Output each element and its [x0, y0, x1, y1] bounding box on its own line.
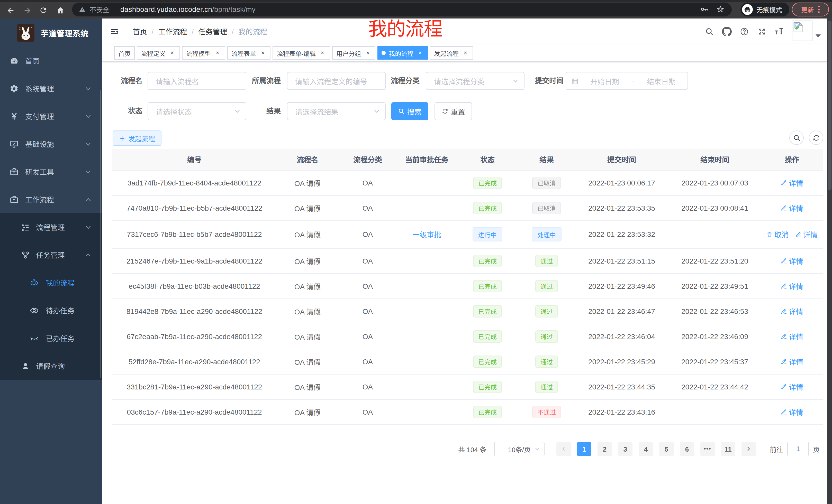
sidebar-item[interactable]: 研发工具 [0, 158, 102, 186]
avatar-caret-icon[interactable] [815, 34, 821, 40]
detail-action[interactable]: 详情 [781, 356, 803, 367]
cancel-action[interactable]: 取消 [766, 229, 789, 240]
tab[interactable]: 发起流程 [430, 46, 473, 60]
sidebar-item[interactable]: 流程管理 [0, 213, 102, 241]
page-button[interactable]: 4 [639, 442, 653, 456]
page-button[interactable]: 3 [618, 442, 632, 456]
page-button[interactable]: 6 [680, 442, 694, 456]
sidebar-item[interactable]: 已办任务 [0, 324, 102, 352]
cell-current-task[interactable] [397, 299, 457, 324]
tab[interactable]: 我的流程 [378, 46, 428, 60]
page-button[interactable]: 1 [577, 442, 591, 456]
sidebar-item[interactable]: 请假查询 [0, 352, 102, 380]
page-size-select[interactable]: 10条/页 [494, 442, 545, 456]
browser-reload-button[interactable] [37, 5, 49, 16]
filter-parent-input[interactable]: 请输入流程定义的编号 [287, 72, 386, 90]
tab-close-icon[interactable] [319, 49, 326, 57]
sidebar-item[interactable]: 系统管理 [0, 75, 102, 102]
cell-current-task[interactable] [397, 349, 457, 374]
header-search-icon[interactable] [700, 19, 718, 44]
tab-close-icon[interactable] [417, 49, 424, 57]
scrollbar-thumb[interactable] [828, 21, 831, 190]
sidebar-item[interactable]: 首页 [0, 47, 102, 75]
cell-current-task[interactable] [397, 273, 457, 299]
sidebar-item[interactable]: 任务管理 [0, 241, 102, 269]
tab[interactable]: 首页 [114, 46, 135, 60]
detail-action[interactable]: 详情 [781, 203, 803, 213]
tab-close-icon[interactable] [169, 49, 176, 57]
app-logo[interactable]: 芋道管理系统 [0, 19, 102, 47]
cell-current-task[interactable]: 一级审批 [397, 220, 457, 248]
breadcrumb-item[interactable]: 我的流程 [238, 26, 267, 36]
jump-page-input[interactable]: 1 [787, 442, 809, 456]
search-button[interactable]: 搜索 [391, 102, 428, 120]
window-scrollbar[interactable] [827, 19, 832, 504]
breadcrumb-item[interactable]: 首页 [133, 26, 158, 36]
page-url[interactable]: dashboard.yudao.iocoder.cn/bpm/task/my [120, 5, 256, 13]
page-button[interactable] [700, 442, 715, 456]
detail-action[interactable]: 详情 [795, 229, 817, 240]
detail-action[interactable]: 详情 [781, 382, 803, 392]
tab[interactable]: 用户分组 [332, 46, 375, 60]
reset-button[interactable]: 重置 [435, 102, 472, 120]
filter-name-input[interactable]: 请输入流程名 [148, 72, 246, 90]
help-icon[interactable] [735, 19, 753, 44]
tab-close-icon[interactable] [259, 49, 266, 57]
sidebar-scrollbar[interactable] [100, 90, 101, 378]
create-process-button[interactable]: 发起流程 [113, 131, 161, 146]
detail-action[interactable]: 详情 [781, 407, 803, 417]
address-bar[interactable]: 不安全 dashboard.yudao.iocoder.cn/bpm/task/… [72, 2, 732, 16]
breadcrumb-item[interactable]: 工作流程 [158, 26, 199, 36]
page-button[interactable]: 2 [598, 442, 612, 456]
cell-current-task[interactable] [397, 248, 457, 273]
browser-menu-icon[interactable] [818, 6, 820, 13]
tab[interactable]: 流程模型 [182, 46, 225, 60]
tab[interactable]: 流程表单-编辑 [272, 46, 330, 60]
detail-action[interactable]: 详情 [781, 331, 803, 341]
detail-action[interactable]: 详情 [781, 281, 803, 291]
tab-close-icon[interactable] [364, 49, 371, 57]
filter-category-select[interactable]: 请选择流程分类 [426, 72, 524, 90]
tab[interactable]: 流程表单 [227, 46, 270, 60]
page-button[interactable]: 11 [721, 442, 735, 456]
detail-action[interactable]: 详情 [781, 256, 803, 266]
avatar[interactable] [792, 21, 812, 41]
sidebar-item[interactable]: 我的流程 [0, 269, 102, 297]
cell-current-task[interactable] [397, 399, 457, 424]
sidebar-item[interactable]: 工作流程 [0, 186, 102, 213]
filter-status-select[interactable]: 请选择状态 [148, 102, 246, 120]
toggle-search-button[interactable] [789, 131, 804, 145]
cell-current-task[interactable] [397, 195, 457, 220]
browser-back-button[interactable] [5, 5, 16, 16]
sidebar-item[interactable]: 支付管理 [0, 102, 102, 130]
tab-close-icon[interactable] [214, 49, 221, 57]
page-button[interactable] [742, 442, 756, 456]
bookmark-star-icon[interactable] [716, 5, 725, 14]
filter-time-range[interactable]: 开始日期 - 结束日期 [566, 72, 688, 90]
sidebar-item[interactable]: 基础设施 [0, 130, 102, 158]
not-secure-label[interactable]: 不安全 [89, 4, 109, 14]
sidebar-item[interactable]: 待办任务 [0, 297, 102, 324]
filter-result-select[interactable]: 请选择流结果 [287, 102, 386, 120]
cell-current-task[interactable] [397, 374, 457, 399]
cell-actions: 详情 [761, 399, 823, 424]
cell-current-task[interactable] [397, 324, 457, 349]
incognito-badge[interactable]: 无痕模式 [740, 2, 789, 16]
breadcrumb-item[interactable]: 任务管理 [199, 26, 239, 36]
font-size-icon[interactable] [770, 19, 788, 44]
tab-close-icon[interactable] [462, 49, 469, 57]
page-button[interactable]: 5 [659, 442, 674, 456]
github-icon[interactable] [718, 19, 735, 44]
refresh-table-button[interactable] [809, 131, 823, 145]
browser-update-button[interactable]: 更新 [792, 2, 829, 16]
browser-forward-button[interactable] [22, 5, 33, 16]
sidebar-collapse-icon[interactable] [110, 27, 119, 36]
cell-current-task[interactable] [397, 170, 457, 195]
detail-action[interactable]: 详情 [781, 177, 803, 188]
browser-home-button[interactable] [54, 5, 66, 16]
page-button[interactable] [556, 442, 571, 456]
password-key-icon[interactable] [700, 5, 709, 14]
detail-action[interactable]: 详情 [781, 306, 803, 316]
fullscreen-icon[interactable] [753, 19, 770, 44]
tab[interactable]: 流程定义 [137, 46, 180, 60]
